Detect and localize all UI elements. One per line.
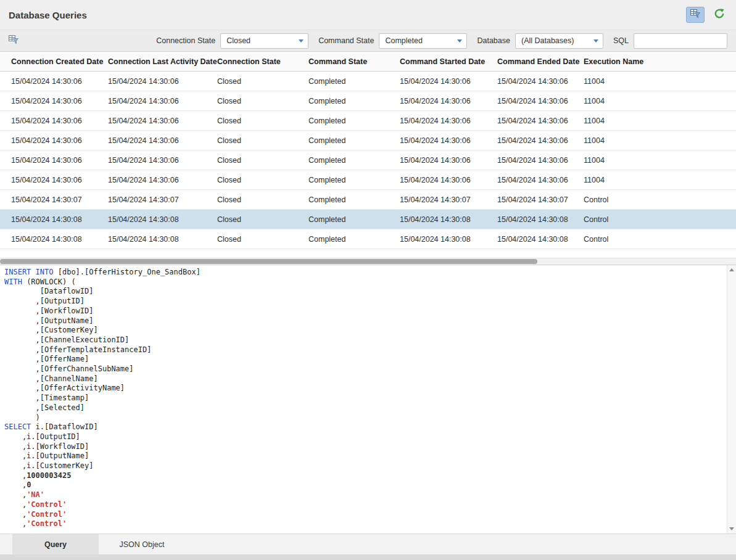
table-cell: 15/04/2024 14:30:06 — [0, 156, 97, 165]
table-cell: 15/04/2024 14:30:06 — [0, 77, 97, 86]
table-cell: 15/04/2024 14:30:06 — [486, 156, 573, 165]
table-body: 15/04/2024 14:30:0615/04/2024 14:30:06Cl… — [0, 72, 736, 249]
column-header-command-started-date[interactable]: Command Started Date — [389, 57, 486, 66]
table-row[interactable]: 15/04/2024 14:30:0715/04/2024 14:30:07Cl… — [0, 190, 736, 210]
refresh-icon — [714, 8, 725, 22]
tab-json-object[interactable]: JSON Object — [99, 534, 185, 554]
table-row[interactable]: 15/04/2024 14:30:0815/04/2024 14:30:08Cl… — [0, 229, 736, 249]
table-cell: 15/04/2024 14:30:06 — [389, 176, 486, 184]
column-header-command-ended-date[interactable]: Command Ended Date — [486, 57, 573, 66]
table-cell: 15/04/2024 14:30:07 — [97, 196, 206, 204]
table-cell: Completed — [297, 156, 389, 165]
database-select[interactable]: (All Databases) — [515, 33, 603, 49]
table-cell: 15/04/2024 14:30:06 — [389, 117, 486, 125]
table-cell: 15/04/2024 14:30:06 — [486, 97, 573, 105]
table-cell: 15/04/2024 14:30:06 — [97, 97, 206, 105]
filter-icon[interactable] — [9, 35, 19, 47]
command-state-label: Command State — [318, 36, 374, 45]
chevron-down-icon — [593, 39, 598, 43]
table-cell: 15/04/2024 14:30:06 — [97, 117, 206, 125]
table-cell: Control — [573, 235, 736, 244]
chevron-down-icon — [457, 39, 462, 43]
database-queries-panel: Database Queries — [0, 0, 736, 560]
connection-state-label: Connection State — [156, 36, 215, 45]
table-row[interactable]: 15/04/2024 14:30:0815/04/2024 14:30:08Cl… — [0, 210, 736, 229]
filter-toggle-button[interactable] — [686, 7, 705, 23]
chevron-down-icon — [299, 39, 304, 43]
table-cell: 11004 — [573, 176, 736, 184]
column-header-connection-created-date[interactable]: Connection Created Date — [0, 57, 97, 66]
table-cell: 15/04/2024 14:30:06 — [0, 136, 97, 145]
horizontal-scrollbar[interactable] — [0, 258, 736, 265]
query-results-table: Connection Created Date Connection Last … — [0, 52, 736, 258]
column-header-execution-name[interactable]: Execution Name — [573, 57, 736, 66]
scroll-down-icon[interactable] — [729, 527, 734, 530]
sql-filter-label: SQL — [613, 36, 629, 45]
table-row[interactable]: 15/04/2024 14:30:0615/04/2024 14:30:06Cl… — [0, 150, 736, 170]
table-header: Connection Created Date Connection Last … — [0, 52, 736, 72]
header-actions — [686, 7, 729, 23]
table-cell: Completed — [297, 117, 389, 125]
table-cell: Completed — [297, 176, 389, 184]
table-cell: 15/04/2024 14:30:08 — [0, 235, 97, 244]
column-header-connection-state[interactable]: Connection State — [206, 57, 297, 66]
table-cell: 15/04/2024 14:30:06 — [0, 97, 97, 105]
table-row[interactable]: 15/04/2024 14:30:0615/04/2024 14:30:06Cl… — [0, 170, 736, 190]
table-row[interactable]: 15/04/2024 14:30:0615/04/2024 14:30:06Cl… — [0, 72, 736, 91]
table-cell: Closed — [206, 235, 297, 244]
table-row[interactable]: 15/04/2024 14:30:0615/04/2024 14:30:06Cl… — [0, 111, 736, 131]
database-label: Database — [477, 36, 510, 45]
table-cell: Control — [573, 196, 736, 204]
table-cell: Control — [573, 215, 736, 224]
table-cell: Closed — [206, 215, 297, 224]
column-header-connection-last-activity-date[interactable]: Connection Last Activity Date — [97, 57, 206, 66]
table-row[interactable]: 15/04/2024 14:30:0615/04/2024 14:30:06Cl… — [0, 91, 736, 111]
table-cell: 15/04/2024 14:30:07 — [486, 196, 573, 204]
table-cell: 15/04/2024 14:30:06 — [389, 136, 486, 145]
table-cell: 15/04/2024 14:30:08 — [486, 215, 573, 224]
scroll-up-icon[interactable] — [729, 268, 734, 271]
table-cell: 15/04/2024 14:30:08 — [0, 215, 97, 224]
sql-filter-input[interactable] — [634, 33, 727, 49]
table-cell: 15/04/2024 14:30:07 — [0, 196, 97, 204]
refresh-button[interactable] — [710, 7, 729, 23]
table-cell: 11004 — [573, 97, 736, 105]
command-state-select[interactable]: Completed — [379, 33, 467, 49]
table-cell: 15/04/2024 14:30:06 — [97, 77, 206, 86]
table-cell: 15/04/2024 14:30:08 — [486, 235, 573, 244]
table-cell: 15/04/2024 14:30:06 — [486, 117, 573, 125]
table-cell: Completed — [297, 97, 389, 105]
connection-state-value: Closed — [226, 36, 250, 45]
table-cell: 15/04/2024 14:30:06 — [0, 117, 97, 125]
table-cell: Completed — [297, 77, 389, 86]
table-cell: Completed — [297, 235, 389, 244]
connection-state-select[interactable]: Closed — [220, 33, 308, 49]
table-cell: Closed — [206, 176, 297, 184]
table-cell: Completed — [297, 215, 389, 224]
bottom-tab-bar: Query JSON Object — [0, 533, 736, 554]
table-cell: Closed — [206, 196, 297, 204]
table-cell: 11004 — [573, 77, 736, 86]
bottom-scrollbar-track[interactable] — [0, 554, 736, 560]
table-cell: 15/04/2024 14:30:08 — [97, 235, 206, 244]
tab-query[interactable]: Query — [12, 534, 99, 554]
table-cell: 15/04/2024 14:30:08 — [97, 215, 206, 224]
table-cell: Closed — [206, 117, 297, 125]
table-cell: 15/04/2024 14:30:06 — [486, 136, 573, 145]
table-cell: 11004 — [573, 136, 736, 145]
horizontal-scrollbar-thumb[interactable] — [0, 259, 537, 264]
column-header-command-state[interactable]: Command State — [297, 57, 389, 66]
table-cell: Closed — [206, 77, 297, 86]
table-cell: 15/04/2024 14:30:06 — [389, 156, 486, 165]
table-cell: 11004 — [573, 156, 736, 165]
table-cell: Closed — [206, 97, 297, 105]
table-cell: Completed — [297, 136, 389, 145]
table-cell: 15/04/2024 14:30:08 — [389, 215, 486, 224]
table-cell: 15/04/2024 14:30:06 — [0, 176, 97, 184]
table-cell: 15/04/2024 14:30:07 — [389, 196, 486, 204]
table-cell: 15/04/2024 14:30:06 — [97, 136, 206, 145]
table-row[interactable]: 15/04/2024 14:30:0615/04/2024 14:30:06Cl… — [0, 131, 736, 150]
sql-code: INSERT INTO [dbo].[OfferHistory_One_Sand… — [0, 265, 736, 529]
command-state-value: Completed — [385, 36, 422, 45]
vertical-scrollbar[interactable] — [727, 265, 736, 533]
